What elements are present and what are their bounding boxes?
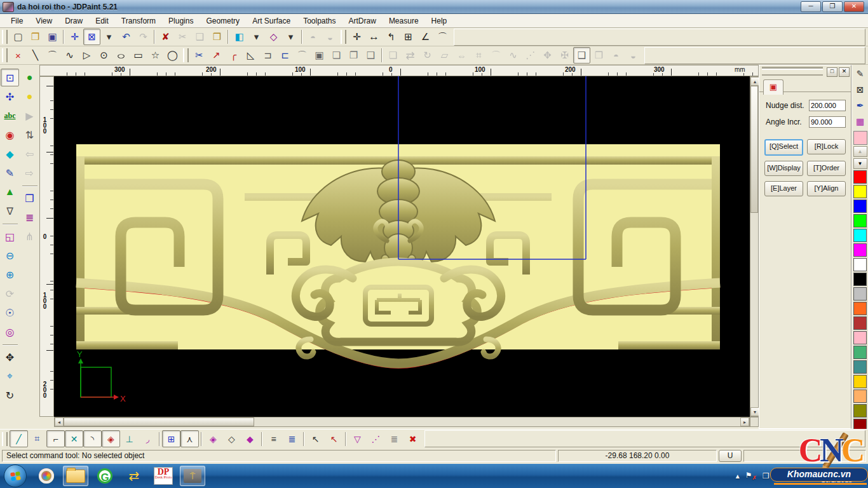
wireframe-view-button[interactable]: ◇ [265,29,282,45]
snap-45-center-button[interactable]: ◆ [241,430,259,447]
tray-device-icon[interactable]: ❒ [763,471,770,480]
chamfer-button[interactable]: ◺ [242,47,259,64]
redo-button[interactable]: ↷ [135,29,152,45]
stretch-button[interactable]: ⇔ [453,47,470,64]
snap-line-button[interactable]: ╱ [10,430,28,447]
taskbar-jdpaint-icon[interactable]: ⍑ [180,466,205,486]
snap-arc-button[interactable]: ◝ [83,430,102,447]
toolbar-grip[interactable] [2,432,8,446]
array-arc-button[interactable]: ⌒ [487,47,505,64]
measure-offset-button[interactable]: ↰ [383,29,400,45]
delete-node-button[interactable]: ↖ [325,430,343,447]
menu-item[interactable]: Measure [383,15,424,27]
mirror-button[interactable]: ⇄ [402,47,419,64]
snap-axis-button[interactable]: ⋏ [180,430,199,447]
draw-polyline-button[interactable]: ▷ [78,47,95,64]
open-file-button[interactable]: ❐ [27,29,44,45]
color-swatch-sandy[interactable] [853,390,867,403]
paste-button[interactable]: ❒ [208,29,226,45]
color-swatch-silver[interactable] [853,287,867,301]
snap-45-edge-button[interactable]: ◇ [222,430,241,447]
rotate-button[interactable]: ↻ [419,47,436,64]
snap-ball-button[interactable]: ⊞ [162,430,180,447]
unit-toggle-button[interactable]: U [719,450,742,462]
refresh-view-button[interactable]: ↻ [1,386,19,404]
text-tool-button[interactable]: abc [1,107,19,125]
palette-edit-button[interactable]: ▦ [853,114,868,129]
copy-step3-button[interactable]: ❑ [362,47,379,64]
close-button[interactable]: ✕ [844,1,864,12]
array-path-button[interactable]: ⋰ [522,47,539,64]
view-all-button[interactable]: ☉ [1,304,19,322]
color-swatch-gold[interactable] [853,375,867,388]
hatch-lines-button[interactable]: ≣ [20,208,39,226]
object-tree-button[interactable]: ⋔ [20,227,39,245]
next-state-button[interactable]: ⇨ [20,164,39,182]
toolbar-grip[interactable] [2,30,8,44]
pick-node-button[interactable]: ↖ [306,430,325,447]
menu-item[interactable]: File [5,15,29,27]
skew-button[interactable]: ▱ [436,47,453,64]
snap-quadrant-button[interactable]: ◈ [102,430,120,447]
vertical-scrollbar[interactable]: ▴ ▾ [750,76,759,417]
layer-panel-button[interactable]: [E]Layer [764,181,803,196]
object-list-button[interactable]: ≣ [385,430,403,447]
array-curve-button[interactable]: ∿ [505,47,522,64]
toolpath-tool-button[interactable]: ∇ [1,202,19,220]
group-button[interactable]: ❑ [573,47,590,64]
array-grid-button[interactable]: ⌗ [470,47,487,64]
prev-state-button[interactable]: ⇦ [20,145,39,163]
show-current-lamp-button[interactable]: ● [20,88,39,105]
panel-close-button[interactable]: ✕ [839,67,850,77]
draw-ellipse-button[interactable]: ○ [112,47,130,64]
offset-curve-button[interactable]: ⊏ [276,47,294,64]
extend-button[interactable]: ↗ [208,47,225,64]
color-swatch-green[interactable] [853,214,867,227]
color-swatch-white[interactable] [853,258,867,271]
zoom-window-button[interactable]: ◱ [1,227,19,245]
angle-increment-input[interactable] [809,116,846,128]
scroll-left-button[interactable]: ◂ [55,417,64,426]
color-swatch-cyan[interactable] [853,229,867,242]
menu-item[interactable]: View [30,15,58,27]
start-button[interactable] [4,464,27,487]
show-all-lamp-button[interactable]: ● [20,69,39,86]
dome-shade-button[interactable]: ◓ [607,47,625,64]
fillet-button[interactable]: ╭ [225,47,242,64]
save-button[interactable]: ▣ [44,29,61,45]
fit-points-button[interactable]: ⋰ [367,430,385,447]
menu-item[interactable]: Toolpaths [297,15,341,27]
copy-button[interactable]: ❑ [191,29,208,45]
zoom-out-button[interactable]: ⊖ [1,247,19,264]
panel-maximize-button[interactable]: □ [827,67,837,77]
color-swatch-pink[interactable] [853,331,867,344]
fill-tool-button[interactable]: ◆ [1,145,19,163]
draw-curve-button[interactable]: ∿ [61,47,78,64]
copy-step-button[interactable]: ❏ [328,47,345,64]
measure-arc-button[interactable]: ⌒ [434,29,451,45]
measure-point-button[interactable]: ✛ [348,29,365,45]
nudge-origin-button[interactable]: ✛ [66,29,83,45]
smooth-shade-button[interactable]: ◓ [304,29,322,45]
draw-line-button[interactable]: ╲ [27,47,44,64]
wireframe-view-dropdown[interactable]: ▾ [282,29,299,45]
scroll-up-button[interactable]: ▴ [750,77,759,86]
maximize-button[interactable]: ❐ [822,1,843,12]
taskbar-deskproto-icon[interactable]: DPDesk Proto [151,466,176,486]
redraw-button[interactable]: ⟳ [1,285,19,302]
measure-distance-button[interactable]: ↔ [365,29,383,45]
align-panel-button[interactable]: [Y]Align [807,181,846,196]
horizontal-scrollbar[interactable]: ◂ ▸ [54,417,750,427]
pick-mode-button[interactable]: ⊠ [83,29,100,45]
menu-item[interactable]: Draw [59,15,88,27]
panel-grip[interactable] [762,69,823,76]
render-view-button[interactable]: ◧ [231,29,248,45]
draw-rectangle-button[interactable]: ▭ [130,47,147,64]
cap-shade-button[interactable]: ◒ [625,47,642,64]
select-panel-button[interactable]: [Q]Select [764,139,803,156]
flat-shade-button[interactable]: ◒ [322,29,339,45]
cut-button[interactable]: ✂ [174,29,191,45]
no-fill-button[interactable]: ⊠ [853,82,868,97]
color-swatch-olive[interactable] [853,404,867,417]
toolbar-grip[interactable] [2,48,8,62]
